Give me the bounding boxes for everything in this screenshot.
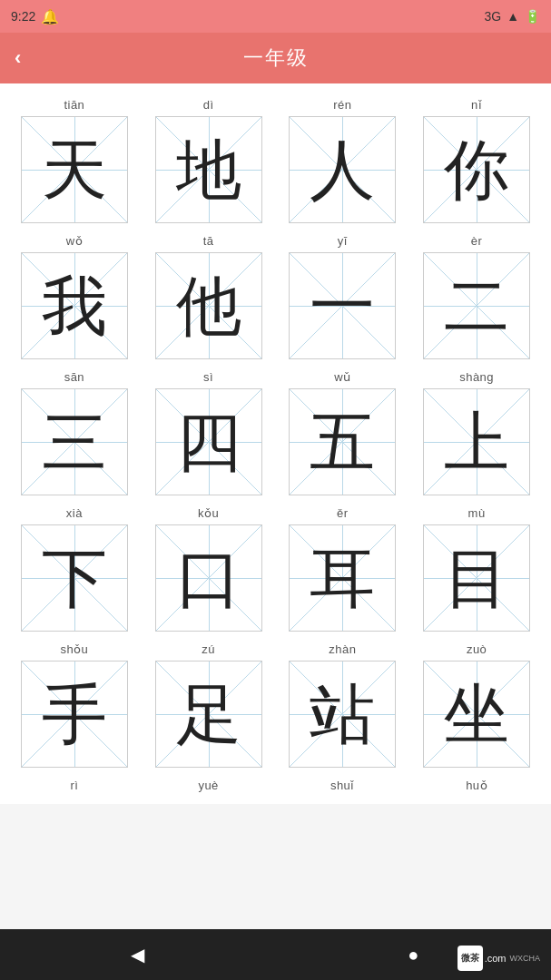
char-cell-我[interactable]: wǒ我 bbox=[7, 230, 142, 367]
char-box[interactable]: 二 bbox=[423, 252, 530, 359]
pinyin-label: huǒ bbox=[466, 779, 487, 795]
status-bar: 9:22 🔔 3G ▲ 🔋 bbox=[0, 0, 551, 33]
char-cell-手[interactable]: shǒu手 bbox=[7, 639, 142, 775]
char-box[interactable]: 手 bbox=[21, 661, 128, 768]
pinyin-label: ěr bbox=[337, 506, 349, 523]
char-box[interactable]: 站 bbox=[289, 661, 396, 768]
page-title: 一年级 bbox=[243, 44, 309, 72]
chinese-character: 天 bbox=[42, 137, 107, 202]
chinese-character: 二 bbox=[444, 273, 509, 338]
char-box[interactable]: 口 bbox=[155, 524, 262, 632]
char-cell-五[interactable]: wǔ五 bbox=[276, 367, 410, 503]
chinese-character: 坐 bbox=[444, 681, 509, 747]
partial-char-cell-火[interactable]: huǒ bbox=[409, 775, 544, 797]
char-cell-天[interactable]: tiān天 bbox=[7, 94, 142, 230]
back-nav-button[interactable]: ◀ bbox=[115, 932, 161, 977]
pinyin-label: tā bbox=[203, 234, 214, 250]
char-cell-站[interactable]: zhàn站 bbox=[276, 639, 410, 775]
character-grid: tiān天dì地rén人nǐ你wǒ我tā他yī一èr二sān三sì四wǔ五shà… bbox=[7, 94, 544, 775]
status-right: 3G ▲ 🔋 bbox=[484, 9, 540, 24]
chinese-character: 三 bbox=[42, 409, 107, 475]
chinese-character: 耳 bbox=[310, 545, 375, 611]
char-box[interactable]: 他 bbox=[155, 252, 262, 359]
char-cell-地[interactable]: dì地 bbox=[142, 94, 276, 230]
pinyin-label: rì bbox=[70, 779, 78, 795]
char-cell-足[interactable]: zú足 bbox=[142, 639, 276, 775]
chinese-character: 目 bbox=[444, 545, 509, 611]
pinyin-label: dì bbox=[203, 98, 214, 114]
char-cell-上[interactable]: shàng上 bbox=[409, 367, 544, 503]
char-cell-一[interactable]: yī一 bbox=[276, 230, 410, 367]
network-label: 3G bbox=[484, 9, 501, 24]
pinyin-label: yuè bbox=[198, 779, 218, 795]
pinyin-label: shuǐ bbox=[330, 779, 355, 795]
char-cell-三[interactable]: sān三 bbox=[7, 367, 142, 503]
chinese-character: 口 bbox=[176, 545, 241, 611]
pinyin-label: rén bbox=[333, 98, 351, 114]
watermark: 微茶 .com WXCHA bbox=[458, 946, 540, 971]
char-cell-二[interactable]: èr二 bbox=[409, 230, 544, 367]
char-cell-口[interactable]: kǒu口 bbox=[142, 503, 276, 639]
partial-character-row: rìyuèshuǐhuǒ bbox=[7, 775, 544, 797]
bottom-navigation: ◀ ● 微茶 .com WXCHA bbox=[0, 929, 551, 980]
wxcha-badge: WXCHA bbox=[510, 954, 541, 963]
char-box[interactable]: 人 bbox=[289, 116, 396, 223]
char-box[interactable]: 目 bbox=[423, 524, 530, 632]
char-cell-下[interactable]: xià下 bbox=[7, 503, 142, 639]
signal-icon: ▲ bbox=[507, 9, 519, 24]
char-cell-他[interactable]: tā他 bbox=[142, 230, 276, 367]
pinyin-label: sì bbox=[203, 370, 213, 387]
pinyin-label: xià bbox=[66, 506, 83, 523]
pinyin-label: mù bbox=[468, 506, 486, 523]
character-grid-container: tiān天dì地rén人nǐ你wǒ我tā他yī一èr二sān三sì四wǔ五shà… bbox=[0, 83, 551, 804]
partial-char-cell-日[interactable]: rì bbox=[7, 775, 142, 797]
chinese-character: 下 bbox=[42, 545, 107, 611]
notification-icon: 🔔 bbox=[41, 8, 59, 25]
chinese-character: 五 bbox=[310, 409, 375, 475]
char-cell-耳[interactable]: ěr耳 bbox=[276, 503, 410, 639]
char-cell-四[interactable]: sì四 bbox=[142, 367, 276, 503]
char-box[interactable]: 坐 bbox=[423, 661, 530, 768]
partial-char-cell-水[interactable]: shuǐ bbox=[276, 775, 410, 797]
pinyin-label: tiān bbox=[64, 98, 84, 114]
app-header: ‹ 一年级 bbox=[0, 33, 551, 83]
char-box[interactable]: 地 bbox=[155, 116, 262, 223]
chinese-character: 人 bbox=[310, 137, 375, 202]
pinyin-label: kǒu bbox=[198, 506, 219, 523]
pinyin-label: wǔ bbox=[334, 370, 350, 387]
home-nav-button[interactable]: ● bbox=[390, 932, 436, 977]
chinese-character: 足 bbox=[176, 681, 241, 747]
char-cell-目[interactable]: mù目 bbox=[409, 503, 544, 639]
char-box[interactable]: 三 bbox=[21, 388, 128, 495]
char-box[interactable]: 耳 bbox=[289, 524, 396, 632]
char-cell-人[interactable]: rén人 bbox=[276, 94, 410, 230]
pinyin-label: zuò bbox=[467, 642, 487, 659]
partial-char-cell-月[interactable]: yuè bbox=[142, 775, 276, 797]
time: 9:22 bbox=[11, 9, 35, 24]
char-box[interactable]: 我 bbox=[21, 252, 128, 359]
status-left: 9:22 🔔 bbox=[11, 8, 59, 25]
wxcha-label: .com bbox=[485, 953, 507, 964]
char-box[interactable]: 天 bbox=[21, 116, 128, 223]
char-box[interactable]: 五 bbox=[289, 388, 396, 495]
chinese-character: 一 bbox=[310, 273, 375, 338]
char-box[interactable]: 足 bbox=[155, 661, 262, 768]
chinese-character: 他 bbox=[176, 273, 241, 338]
back-button[interactable]: ‹ bbox=[15, 46, 21, 70]
char-box[interactable]: 下 bbox=[21, 524, 128, 632]
chinese-character: 地 bbox=[176, 137, 241, 202]
char-cell-坐[interactable]: zuò坐 bbox=[409, 639, 544, 775]
pinyin-label: wǒ bbox=[66, 234, 83, 250]
char-box[interactable]: 上 bbox=[423, 388, 530, 495]
pinyin-label: nǐ bbox=[471, 98, 482, 114]
char-cell-你[interactable]: nǐ你 bbox=[409, 94, 544, 230]
char-box[interactable]: 你 bbox=[423, 116, 530, 223]
pinyin-label: zú bbox=[202, 642, 215, 659]
chinese-character: 站 bbox=[310, 681, 375, 747]
chinese-character: 四 bbox=[176, 409, 241, 475]
pinyin-label: yī bbox=[338, 234, 348, 250]
pinyin-label: zhàn bbox=[329, 642, 356, 659]
char-box[interactable]: 一 bbox=[289, 252, 396, 359]
char-box[interactable]: 四 bbox=[155, 388, 262, 495]
chinese-character: 手 bbox=[42, 681, 107, 747]
